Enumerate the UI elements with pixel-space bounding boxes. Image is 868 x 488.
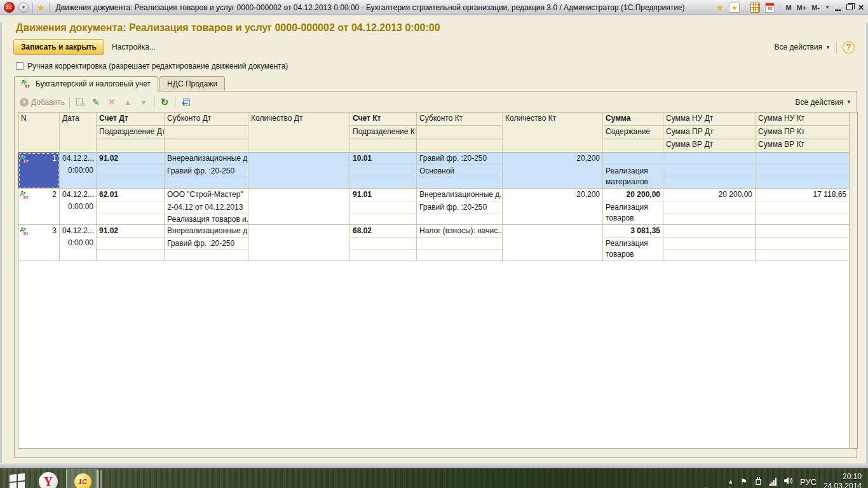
table-row[interactable]: ДтКт204.12.2...0:00:0062.01ООО "Строй-Ма… xyxy=(18,189,857,225)
copy-icon[interactable] xyxy=(74,97,86,108)
header-qty_kt[interactable]: Количество Кт xyxy=(503,112,603,152)
header-n[interactable]: N xyxy=(18,112,60,152)
memory-subtract-button[interactable]: M- xyxy=(811,4,820,11)
favorites-star-icon[interactable]: ★ xyxy=(37,3,45,12)
close-button[interactable]: ✕ xyxy=(858,3,864,12)
wallpaper-watermark: Ingo Scholtes xyxy=(704,485,768,488)
memory-add-button[interactable]: M+ xyxy=(797,4,807,11)
header-qty_dt[interactable]: Количество Дт xyxy=(248,112,350,152)
content-text: Реализация материалов xyxy=(603,165,663,188)
copy-icon-svg xyxy=(76,97,85,107)
cell-qty_dt xyxy=(248,152,350,188)
all-actions-label: Все действия xyxy=(775,43,822,51)
move-down-icon[interactable]: ▼ xyxy=(138,97,149,108)
header-acc_dt[interactable]: Счет ДтПодразделение Дт xyxy=(97,112,165,152)
titlebar-more-dropdown[interactable]: ▼ xyxy=(825,4,830,10)
header-sub_kt[interactable]: Субконто Кт xyxy=(417,112,503,152)
manual-adjustment-checkbox[interactable] xyxy=(16,62,24,70)
add-button[interactable]: + Добавить xyxy=(20,98,65,107)
grid-all-actions-button[interactable]: Все действия ▼ xyxy=(796,98,851,107)
show-hidden-icons-button[interactable]: ▲ xyxy=(728,478,733,485)
cell-n: ДтКт3 xyxy=(18,225,60,261)
table-row[interactable]: ДтКт304.12.2...0:00:0091.02Внереализацио… xyxy=(18,225,857,261)
clock-time: 20:10 xyxy=(843,472,862,482)
cell-acc_kt: 91.01 xyxy=(350,189,417,224)
all-actions-button[interactable]: Все действия ▼ xyxy=(775,43,831,51)
cell-sub_kt: Налог (взносы): начис... xyxy=(417,225,503,261)
toolbar-separator xyxy=(154,97,154,108)
cell-line xyxy=(756,201,849,213)
header-label: Сумма ВР Дт xyxy=(663,138,755,151)
header-label: N xyxy=(18,112,59,125)
header-label: Сумма xyxy=(603,112,663,125)
sum-value xyxy=(603,152,663,165)
cell-line xyxy=(350,165,416,177)
dtkt-debit-label: Дт xyxy=(20,154,25,159)
cell-line: Гравий фр. :20-250 xyxy=(417,201,502,213)
header-label: Подразделение Дт xyxy=(97,125,164,138)
cell-acc_dt: 91.02 xyxy=(97,152,165,188)
help-button[interactable]: ? xyxy=(843,41,855,53)
vertical-scrollbar-track[interactable] xyxy=(849,112,857,448)
cell-line xyxy=(350,249,416,261)
cell-line xyxy=(663,201,755,213)
start-button[interactable] xyxy=(0,468,34,488)
move-up-icon[interactable]: ▲ xyxy=(122,97,133,108)
cell-line: 68.02 xyxy=(350,225,416,237)
app-window: Движения документа: Реализация товаров и… xyxy=(0,22,868,463)
header-sum_nu_kt[interactable]: Сумма НУ КтСумма ПР КтСумма ВР Кт xyxy=(756,112,850,152)
calendar-icon[interactable]: 31 xyxy=(765,3,775,13)
cell-qty_kt xyxy=(503,225,603,261)
header-date[interactable]: Дата xyxy=(60,112,97,152)
restore-button[interactable] xyxy=(846,4,853,10)
dtkt-credit-label: Кт xyxy=(25,84,30,88)
command-bar-separator xyxy=(836,41,837,53)
language-indicator[interactable]: РУС xyxy=(800,477,817,487)
cell-line xyxy=(350,201,416,213)
cell-line xyxy=(756,177,849,188)
cell-line xyxy=(97,165,164,177)
refresh-icon[interactable]: ↻ xyxy=(159,97,170,108)
header-sub_dt[interactable]: Субконто Дт xyxy=(165,112,248,152)
system-menu-button[interactable]: ▼ xyxy=(18,3,29,13)
tab-accounting-tax[interactable]: Дт Кт Бухгалтерский и налоговый учет xyxy=(14,76,158,92)
tab-vat-sales[interactable]: НДС Продажи xyxy=(159,76,225,91)
header-sum[interactable]: СуммаСодержание xyxy=(603,112,663,152)
cell-n: ДтКт2 xyxy=(18,189,60,224)
window-bottom-border xyxy=(0,463,868,468)
cell-line: 0:00:00 xyxy=(60,201,96,213)
cell-line xyxy=(756,165,849,177)
minimize-button[interactable] xyxy=(835,4,841,11)
edit-pencil-icon[interactable]: ✎ xyxy=(90,97,102,108)
cell-line xyxy=(97,237,164,249)
cell-sub_kt: Гравий фр. :20-250Основной xyxy=(417,152,503,188)
go-to-end-icon-svg xyxy=(180,98,191,107)
row-number: 2 xyxy=(52,190,57,199)
onec-taskbar-button[interactable]: 1С xyxy=(66,470,99,488)
yandex-browser-taskbar-button[interactable]: Y xyxy=(34,468,62,488)
cell-line xyxy=(663,177,755,188)
header-acc_kt[interactable]: Счет КтПодразделение Кт xyxy=(350,112,417,152)
network-signal-icon[interactable] xyxy=(770,478,776,486)
grid-all-actions-label: Все действия xyxy=(796,98,843,107)
taskbar-clock[interactable]: 20:10 24.03.2014 xyxy=(824,472,862,488)
settings-button[interactable]: Настройка... xyxy=(112,43,156,51)
cell-qty_kt: 20,200 xyxy=(503,152,603,188)
header-label: Количество Кт xyxy=(503,112,602,125)
go-to-end-icon[interactable] xyxy=(180,97,191,108)
clock-date: 24.03.2014 xyxy=(824,482,862,488)
header-label xyxy=(603,138,663,151)
memory-recall-button[interactable]: M xyxy=(785,4,791,11)
favorites-list-icon[interactable]: ★ xyxy=(729,3,740,13)
header-sum_nu_dt[interactable]: Сумма НУ ДтСумма ПР ДтСумма ВР Дт xyxy=(663,112,756,152)
table-row[interactable]: ДтКт104.12.2...0:00:0091.02Внереализацио… xyxy=(18,152,857,189)
volume-speaker-icon[interactable] xyxy=(783,477,793,487)
delete-icon[interactable]: ✕ xyxy=(106,97,118,108)
save-close-button[interactable]: Записать и закрыть xyxy=(13,39,104,55)
yandex-browser-icon: Y xyxy=(39,472,58,488)
app-logo-1c-icon[interactable]: 1С xyxy=(4,2,15,13)
content-text: Реализация товаров xyxy=(603,201,663,224)
add-favorite-icon[interactable]: ★ xyxy=(716,3,724,12)
calculator-icon[interactable] xyxy=(750,3,760,13)
tab-bar: Дт Кт Бухгалтерский и налоговый учет НДС… xyxy=(14,76,866,91)
